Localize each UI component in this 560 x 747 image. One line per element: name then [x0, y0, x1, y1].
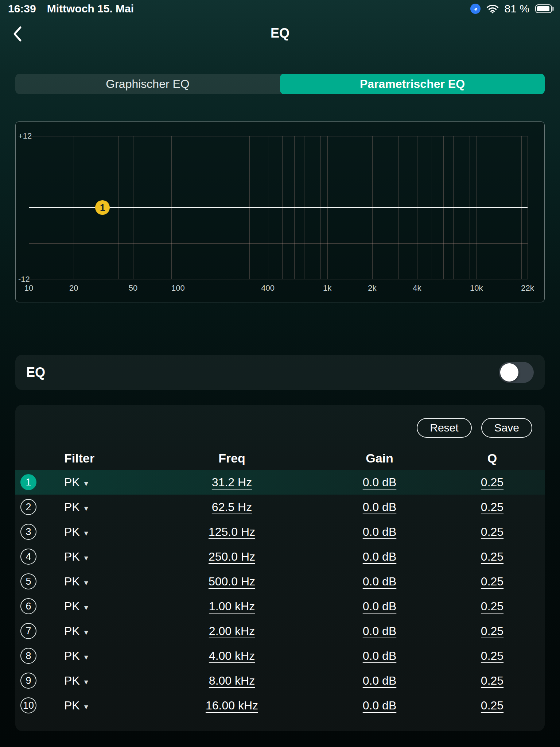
band-number-badge[interactable]: 10 — [20, 697, 36, 713]
eq-enable-toggle[interactable] — [499, 362, 534, 383]
q-value[interactable]: 0.25 — [481, 500, 503, 514]
y-axis-min-label: -12 — [18, 275, 30, 284]
band-number-badge[interactable]: 8 — [20, 648, 36, 664]
freq-value[interactable]: 62.5 Hz — [212, 500, 252, 514]
gain-value[interactable]: 0.0 dB — [363, 575, 397, 588]
filter-type-dropdown[interactable]: PK▾ — [53, 674, 144, 688]
freq-cell: 31.2 Hz — [144, 476, 319, 489]
q-value[interactable]: 0.25 — [481, 550, 503, 563]
save-button[interactable]: Save — [481, 418, 532, 438]
q-cell: 0.25 — [440, 525, 545, 539]
q-value[interactable]: 0.25 — [481, 624, 503, 638]
band-number-cell: 1 — [15, 474, 53, 490]
eq-plot-area: 1 1020501004001k2k4k10k22k — [29, 136, 528, 279]
battery-nub — [552, 7, 554, 11]
band-number-badge[interactable]: 2 — [20, 499, 36, 515]
filter-type-dropdown[interactable]: PK▾ — [53, 550, 144, 564]
gain-cell: 0.0 dB — [319, 699, 440, 712]
q-value[interactable]: 0.25 — [481, 674, 503, 687]
q-value[interactable]: 0.25 — [481, 699, 503, 712]
freq-value[interactable]: 31.2 Hz — [212, 476, 252, 489]
q-value[interactable]: 0.25 — [481, 600, 503, 613]
x-axis-tick-label: 4k — [413, 283, 421, 293]
filter-type-dropdown[interactable]: PK▾ — [53, 525, 144, 539]
eq-enable-row: EQ — [15, 355, 545, 390]
freq-value[interactable]: 4.00 kHz — [209, 649, 255, 662]
filter-type-dropdown[interactable]: PK▾ — [53, 575, 144, 588]
gain-value[interactable]: 0.0 dB — [363, 600, 397, 613]
gain-cell: 0.0 dB — [319, 624, 440, 638]
band-number-badge[interactable]: 9 — [20, 673, 36, 689]
q-cell: 0.25 — [440, 699, 545, 712]
gain-value[interactable]: 0.0 dB — [363, 500, 397, 514]
freq-value[interactable]: 500.0 Hz — [209, 575, 255, 588]
band-number-cell: 8 — [15, 648, 53, 664]
freq-value[interactable]: 16.00 kHz — [206, 699, 258, 712]
tab-graphic-eq[interactable]: Graphischer EQ — [15, 74, 280, 94]
freq-value[interactable]: 125.0 Hz — [209, 525, 255, 538]
filter-type-label: PK — [64, 500, 80, 514]
gain-cell: 0.0 dB — [319, 649, 440, 663]
location-icon: ➤ — [470, 4, 481, 14]
gain-value[interactable]: 0.0 dB — [363, 674, 397, 687]
band-number-badge[interactable]: 3 — [20, 524, 36, 540]
freq-value[interactable]: 2.00 kHz — [209, 624, 255, 638]
filter-type-dropdown[interactable]: PK▾ — [53, 476, 144, 489]
gain-value[interactable]: 0.0 dB — [363, 699, 397, 712]
freq-cell: 125.0 Hz — [144, 525, 319, 539]
freq-cell: 8.00 kHz — [144, 674, 319, 688]
tab-parametric-eq[interactable]: Parametrischer EQ — [280, 74, 545, 94]
table-row: 9 PK▾ 8.00 kHz 0.0 dB 0.25 — [15, 668, 545, 693]
table-row: 4 PK▾ 250.0 Hz 0.0 dB 0.25 — [15, 544, 545, 569]
filter-type-dropdown[interactable]: PK▾ — [53, 600, 144, 613]
filter-type-label: PK — [64, 550, 80, 563]
q-value[interactable]: 0.25 — [481, 525, 503, 538]
grid-line-horizontal — [29, 279, 528, 279]
band-number-badge[interactable]: 5 — [20, 573, 36, 589]
gain-cell: 0.0 dB — [319, 525, 440, 539]
gain-value[interactable]: 0.0 dB — [363, 550, 397, 563]
band-number-cell: 4 — [15, 549, 53, 565]
table-body: 1 PK▾ 31.2 Hz 0.0 dB 0.25 2 PK▾ 62.5 Hz … — [15, 470, 545, 718]
chevron-down-icon: ▾ — [84, 479, 88, 488]
band-number: 3 — [26, 526, 31, 538]
parametric-eq-panel: Reset Save Filter Freq Gain Q 1 PK▾ 31.2… — [15, 405, 545, 731]
filter-type-dropdown[interactable]: PK▾ — [53, 500, 144, 514]
freq-value[interactable]: 1.00 kHz — [209, 600, 255, 613]
band-number-badge[interactable]: 7 — [20, 623, 36, 639]
gain-value[interactable]: 0.0 dB — [363, 476, 397, 489]
q-value[interactable]: 0.25 — [481, 649, 503, 662]
gain-value[interactable]: 0.0 dB — [363, 525, 397, 538]
freq-value[interactable]: 8.00 kHz — [209, 674, 255, 687]
filter-type-dropdown[interactable]: PK▾ — [53, 624, 144, 638]
status-date: Mittwoch 15. Mai — [47, 3, 134, 15]
q-value[interactable]: 0.25 — [481, 476, 503, 489]
band-number-cell: 2 — [15, 499, 53, 515]
reset-button[interactable]: Reset — [417, 418, 471, 438]
freq-value[interactable]: 250.0 Hz — [209, 550, 255, 563]
filter-type-label: PK — [64, 600, 80, 613]
gain-value[interactable]: 0.0 dB — [363, 624, 397, 638]
filter-type-label: PK — [64, 525, 80, 538]
band-number-cell: 6 — [15, 598, 53, 614]
band-number: 2 — [26, 502, 31, 513]
eq-band-marker[interactable]: 1 — [95, 200, 110, 215]
q-value[interactable]: 0.25 — [481, 575, 503, 588]
band-number-badge[interactable]: 6 — [20, 598, 36, 614]
band-number-badge[interactable]: 4 — [20, 549, 36, 565]
band-number-badge[interactable]: 1 — [20, 474, 36, 490]
gain-value[interactable]: 0.0 dB — [363, 649, 397, 662]
grid-line-horizontal — [29, 172, 528, 172]
gain-cell: 0.0 dB — [319, 550, 440, 564]
x-axis-tick-label: 10k — [470, 283, 483, 293]
band-number-cell: 9 — [15, 673, 53, 689]
gain-cell: 0.0 dB — [319, 674, 440, 688]
table-header-row: Filter Freq Gain Q — [15, 446, 545, 470]
q-cell: 0.25 — [440, 500, 545, 514]
filter-type-dropdown[interactable]: PK▾ — [53, 649, 144, 663]
x-axis-tick-label: 22k — [521, 283, 534, 293]
page-title: EQ — [0, 20, 560, 46]
band-number: 8 — [26, 650, 31, 662]
filter-type-dropdown[interactable]: PK▾ — [53, 699, 144, 712]
header-filter: Filter — [53, 451, 144, 465]
